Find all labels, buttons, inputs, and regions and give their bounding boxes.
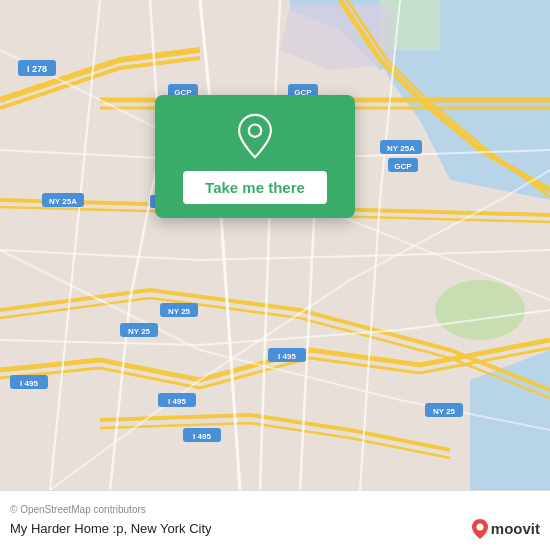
svg-text:NY 25: NY 25 xyxy=(168,307,191,316)
location-pin-icon xyxy=(232,113,278,159)
take-me-there-button[interactable]: Take me there xyxy=(183,171,327,204)
moovit-pin-icon xyxy=(471,518,489,540)
svg-point-32 xyxy=(476,523,483,530)
svg-text:NY 25A: NY 25A xyxy=(387,144,415,153)
svg-text:I 495: I 495 xyxy=(168,397,186,406)
svg-text:I 495: I 495 xyxy=(20,379,38,388)
svg-text:NY 25: NY 25 xyxy=(128,327,151,336)
svg-point-31 xyxy=(249,125,261,137)
navigation-card: Take me there xyxy=(155,95,355,218)
map-attribution: © OpenStreetMap contributors xyxy=(10,504,540,515)
bottom-bar: © OpenStreetMap contributors My Harder H… xyxy=(0,490,550,550)
location-text: My Harder Home :p, New York City xyxy=(10,521,212,536)
svg-text:NY 25: NY 25 xyxy=(433,407,456,416)
svg-text:I 495: I 495 xyxy=(278,352,296,361)
svg-point-1 xyxy=(435,280,525,340)
moovit-brand-text: moovit xyxy=(491,520,540,537)
svg-text:I 278: I 278 xyxy=(27,64,47,74)
svg-text:NY 25A: NY 25A xyxy=(49,197,77,206)
map-container: I 278 GCP GCP GCP NY 25A NY 25A NY 25 NY… xyxy=(0,0,550,490)
svg-text:GCP: GCP xyxy=(394,162,412,171)
moovit-logo: moovit xyxy=(471,518,540,540)
svg-text:I 495: I 495 xyxy=(193,432,211,441)
